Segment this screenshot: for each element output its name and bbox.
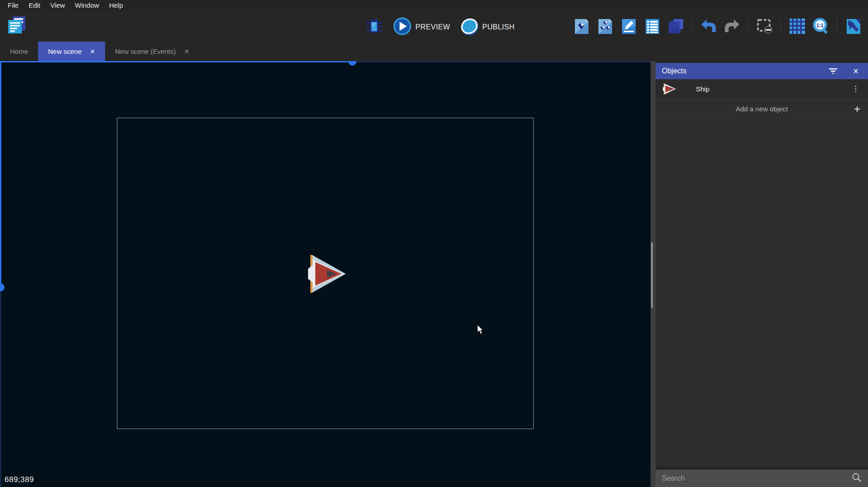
- menu-file[interactable]: File: [3, 0, 24, 11]
- scene-canvas[interactable]: 689;389: [0, 61, 651, 487]
- debug-button[interactable]: [365, 17, 383, 37]
- project-manager-icon[interactable]: [6, 14, 27, 35]
- publish-globe-icon: [460, 17, 478, 37]
- search-icon: [852, 473, 862, 484]
- add-new-object-label: Add a new object: [736, 105, 788, 113]
- divider-scrollbar-thumb[interactable]: [651, 242, 653, 308]
- publish-button[interactable]: PUBLISH: [460, 17, 515, 37]
- gdevelop-window: File Edit View Window Help: [0, 0, 868, 487]
- zoom-original-icon[interactable]: 1:1: [812, 18, 829, 35]
- canvas-vscroll-track-rest: [0, 291, 1, 487]
- debug-bug-icon: [365, 17, 383, 37]
- menu-view[interactable]: View: [45, 0, 70, 11]
- canvas-hscroll-track: [0, 61, 349, 62]
- preview-label: PREVIEW: [415, 23, 450, 31]
- toolbar-separator: [748, 18, 748, 35]
- tab-scene-label: New scene: [48, 48, 82, 55]
- objects-panel-header: Objects ✕: [656, 63, 868, 79]
- object-options-icon[interactable]: ⋮: [844, 84, 868, 94]
- objects-search-input[interactable]: [662, 474, 852, 482]
- redo-icon[interactable]: [723, 18, 740, 35]
- object-name-label: Ship: [696, 85, 844, 93]
- canvas-hscroll-handle[interactable]: [348, 61, 357, 66]
- toolbar-right-group: 1:1: [573, 18, 862, 35]
- tab-home-label: Home: [10, 48, 28, 55]
- instances-list-icon[interactable]: [644, 18, 661, 35]
- tab-scene-events-label: New scene (Events): [115, 48, 176, 55]
- main-area: 689;389 Objects: [0, 61, 868, 487]
- cursor-coordinates: 689;389: [5, 475, 34, 484]
- tab-scene[interactable]: New scene ✕: [38, 42, 105, 61]
- editor-tab-bar: Home New scene ✕ New scene (Events) ✕: [0, 42, 868, 61]
- main-toolbar: PREVIEW PUBLISH: [0, 11, 868, 42]
- menu-bar: File Edit View Window Help: [0, 0, 868, 11]
- canvas-vscroll-handle[interactable]: [0, 283, 5, 291]
- menu-edit[interactable]: Edit: [24, 0, 45, 11]
- zoom-ratio-text: 1:1: [816, 23, 824, 28]
- toolbar-center-group: PREVIEW PUBLISH: [365, 17, 525, 37]
- play-circle-icon: [393, 17, 411, 37]
- ship-thumbnail-icon: [662, 83, 676, 95]
- panel-close-icon[interactable]: ✕: [850, 65, 862, 77]
- publish-label: PUBLISH: [482, 23, 515, 31]
- toolbar-separator: [692, 18, 692, 35]
- grid-icon[interactable]: [789, 18, 805, 35]
- layers-icon[interactable]: [667, 18, 684, 35]
- filter-icon[interactable]: [827, 65, 839, 77]
- render-mask-icon[interactable]: [756, 18, 773, 35]
- toolbar-separator: [781, 18, 781, 35]
- editor-settings-icon[interactable]: [845, 18, 862, 35]
- tab-scene-events[interactable]: New scene (Events) ✕: [105, 42, 199, 61]
- undo-icon[interactable]: [700, 18, 717, 35]
- mouse-cursor: [477, 325, 484, 335]
- menu-window[interactable]: Window: [70, 0, 104, 11]
- ship-instance[interactable]: [307, 254, 346, 293]
- objects-search-bar: [656, 470, 868, 487]
- objects-panel: Objects ✕: [656, 61, 868, 487]
- preview-button[interactable]: PREVIEW: [393, 17, 450, 37]
- menu-help[interactable]: Help: [104, 0, 128, 11]
- object-row-ship[interactable]: Ship ⋮: [656, 79, 868, 99]
- objects-editor-icon[interactable]: [573, 18, 590, 35]
- object-groups-icon[interactable]: [597, 18, 613, 35]
- objects-panel-title: Objects: [662, 67, 827, 75]
- plus-icon: +: [854, 105, 860, 114]
- canvas-hscroll-track-rest: [357, 61, 651, 62]
- search-top-gap: [656, 466, 868, 470]
- toolbar-separator: [837, 18, 837, 35]
- tab-home[interactable]: Home: [0, 42, 38, 61]
- panel-divider[interactable]: [651, 61, 656, 487]
- tab-scene-events-close-icon[interactable]: ✕: [184, 48, 189, 55]
- properties-icon[interactable]: [620, 18, 637, 35]
- canvas-vscroll-track: [0, 61, 1, 283]
- add-new-object-button[interactable]: Add a new object +: [656, 100, 868, 119]
- tab-scene-close-icon[interactable]: ✕: [90, 48, 95, 55]
